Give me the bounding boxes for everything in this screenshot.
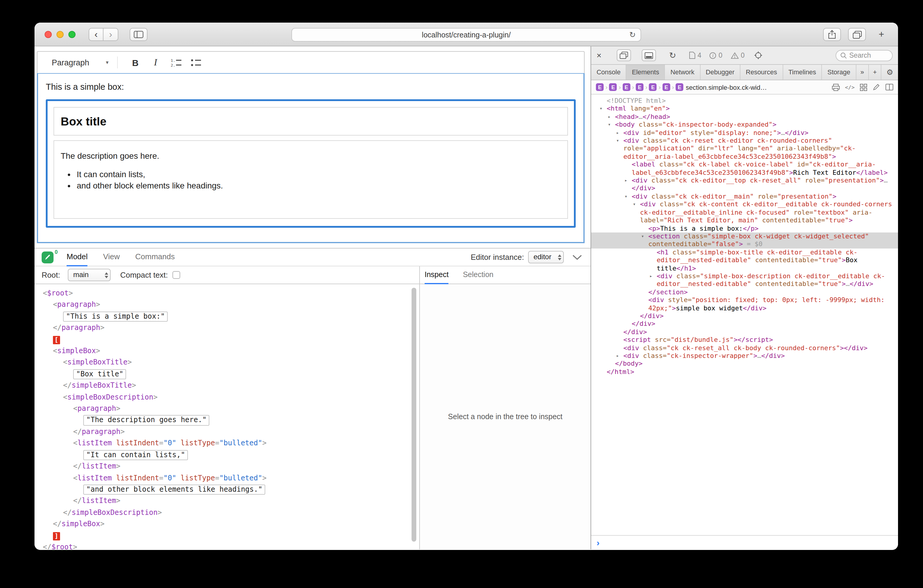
tab-overview-button[interactable]: [848, 28, 866, 41]
model-tree-node[interactable]: </$root>: [34, 542, 419, 549]
devtools-settings-button[interactable]: ⚙: [882, 65, 898, 80]
devtools-tab-resources[interactable]: Resources: [741, 65, 783, 80]
element-icon[interactable]: E: [622, 83, 631, 91]
console-prompt-row[interactable]: ›: [591, 535, 898, 549]
model-tree-node[interactable]: <simpleBoxDescription>: [34, 391, 419, 403]
model-tree-node[interactable]: <paragraph>: [34, 299, 419, 311]
resource-count-badge[interactable]: 4: [689, 52, 701, 59]
element-picker-button[interactable]: [754, 51, 762, 59]
dom-tree-node[interactable]: </section>: [591, 288, 898, 296]
bold-button[interactable]: B: [127, 55, 144, 70]
inspector-tab-model[interactable]: Model: [67, 248, 88, 266]
editor-editable-area[interactable]: This is a simple box: Box title The desc…: [37, 73, 585, 243]
editor-instance-select[interactable]: editor: [528, 251, 564, 263]
forward-button[interactable]: ›: [103, 28, 118, 41]
close-window-button[interactable]: [44, 31, 52, 38]
inspector-side-tab-inspect[interactable]: Inspect: [425, 266, 449, 284]
dom-tree-node[interactable]: ▾<div class="ck ck-editor__main" role="p…: [591, 193, 898, 200]
simple-box-title-editable[interactable]: Box title: [54, 107, 568, 136]
numbered-list-button[interactable]: 1.2.: [168, 55, 184, 70]
model-text-node[interactable]: "Box title": [34, 369, 419, 380]
dom-tree-node[interactable]: ▾<body class="ck-inspector-body-expanded…: [591, 121, 898, 129]
model-tree-node[interactable]: </simpleBoxTitle>: [34, 380, 419, 392]
italic-button[interactable]: I: [147, 55, 164, 70]
inspector-collapse-button[interactable]: [572, 254, 582, 260]
dom-tree-node[interactable]: </div>: [591, 312, 898, 320]
dom-tree-node[interactable]: <h1 class="simple-box-title ck-editor__e…: [591, 248, 898, 272]
add-panel-button[interactable]: +: [869, 65, 882, 80]
devtools-tab-elements[interactable]: Elements: [627, 65, 665, 80]
breadcrumb-selected-element[interactable]: section.simple-box.ck-wid…: [686, 84, 767, 91]
collapse-node-icon[interactable]: ▾: [608, 121, 615, 129]
minimize-window-button[interactable]: [56, 31, 64, 38]
root-select[interactable]: main: [68, 269, 111, 281]
dom-tree-node[interactable]: <script src="dist/bundle.js"></script>: [591, 336, 898, 344]
dom-tree-node[interactable]: <!DOCTYPE html>: [591, 97, 898, 105]
devtools-undock-button[interactable]: [617, 49, 631, 61]
address-bar[interactable]: localhost/creating-a-plugin/ ↻: [291, 28, 641, 42]
zoom-window-button[interactable]: [68, 31, 76, 38]
grid-overlay-icon[interactable]: [860, 84, 867, 91]
expand-node-icon[interactable]: ▸: [624, 177, 632, 185]
dom-tree-node[interactable]: </body>: [591, 360, 898, 368]
scrollbar-thumb[interactable]: [412, 288, 416, 542]
inspector-tab-commands[interactable]: Commands: [135, 248, 175, 266]
dom-tree-node[interactable]: <div class="ck ck-reset_all ck-body ck-r…: [591, 344, 898, 352]
dom-tree-node[interactable]: ▸<div id="editor" style="display: none;"…: [591, 129, 898, 137]
model-selection-marker[interactable]: ]: [34, 530, 419, 542]
collapse-node-icon[interactable]: ▾: [633, 200, 640, 209]
model-tree-node[interactable]: </simpleBoxDescription>: [34, 507, 419, 519]
reload-icon[interactable]: ↻: [629, 30, 636, 39]
paragraph-style-dropdown[interactable]: Paragraph ▾: [52, 58, 108, 67]
model-text-node[interactable]: "The description goes here.": [34, 415, 419, 426]
collapse-node-icon[interactable]: ▾: [616, 137, 623, 145]
inspector-side-tab-selection[interactable]: Selection: [463, 266, 494, 284]
show-source-icon[interactable]: </>: [845, 84, 855, 90]
element-icon[interactable]: E: [636, 83, 644, 91]
simple-box-description-editable[interactable]: The description goes here. It can contai…: [54, 140, 568, 219]
simple-box-widget[interactable]: Box title The description goes here. It …: [46, 99, 576, 228]
model-tree-node[interactable]: <paragraph>: [34, 403, 419, 415]
devtools-tab-network[interactable]: Network: [665, 65, 701, 80]
split-view-icon[interactable]: [885, 84, 893, 90]
back-button[interactable]: ‹: [89, 28, 103, 41]
model-tree-node[interactable]: <simpleBox>: [34, 345, 419, 357]
devtools-reload-button[interactable]: ↻: [669, 51, 676, 60]
dom-node-selected[interactable]: ▾<section class="simple-box ck-widget ck…: [591, 232, 898, 248]
issue-count-badge[interactable]: i 0: [710, 52, 723, 59]
bulleted-list-button[interactable]: [188, 55, 204, 70]
dom-tree-node[interactable]: </html>: [591, 368, 898, 376]
share-button[interactable]: [823, 28, 841, 41]
dom-tree-node[interactable]: ▾<div class="ck ck-reset ck-editor ck-ro…: [591, 137, 898, 161]
element-icon[interactable]: E: [609, 83, 617, 91]
dom-tree-node[interactable]: ▸<head>…</head>: [591, 113, 898, 121]
element-icon[interactable]: E: [596, 83, 604, 91]
edit-element-icon[interactable]: [872, 83, 880, 91]
expand-node-icon[interactable]: ▸: [608, 113, 615, 121]
dom-tree-node[interactable]: <p>This is a simple box:</p>: [591, 225, 898, 232]
devtools-dock-bottom-button[interactable]: [642, 49, 656, 61]
devtools-close-button[interactable]: ×: [596, 51, 606, 60]
sidebar-toggle-button[interactable]: [130, 28, 148, 41]
element-icon[interactable]: E: [662, 83, 670, 91]
dom-tree-node[interactable]: <div style="position: fixed; top: 0px; l…: [591, 296, 898, 312]
warning-count-badge[interactable]: 0: [731, 52, 745, 59]
expand-node-icon[interactable]: ▸: [649, 272, 657, 280]
dom-tree-node[interactable]: ▸<div class="ck-inspector-wrapper">…</di…: [591, 352, 898, 360]
expand-node-icon[interactable]: ▸: [616, 352, 623, 360]
element-icon[interactable]: E: [676, 83, 683, 91]
compact-text-checkbox[interactable]: [173, 271, 181, 279]
dom-tree-node[interactable]: </div>: [591, 320, 898, 328]
model-tree-node[interactable]: </listItem>: [34, 496, 419, 507]
model-selection-marker[interactable]: [: [34, 334, 419, 345]
model-tree-node[interactable]: <listItem listIndent="0" listType="bulle…: [34, 472, 419, 484]
model-tree-node[interactable]: <listItem listIndent="0" listType="bulle…: [34, 438, 419, 450]
more-tabs-button[interactable]: »: [856, 65, 869, 80]
devtools-tab-console[interactable]: Console: [591, 65, 627, 80]
dom-tree-node[interactable]: </div>: [591, 328, 898, 336]
dom-tree-node[interactable]: <label class="ck ck-label ck-voice-label…: [591, 161, 898, 177]
model-tree-node[interactable]: <$root>: [34, 288, 419, 299]
model-tree-node[interactable]: </simpleBox>: [34, 519, 419, 530]
editor-paragraph[interactable]: This is a simple box:: [46, 82, 576, 92]
model-text-node[interactable]: "This is a simple box:": [34, 311, 419, 322]
